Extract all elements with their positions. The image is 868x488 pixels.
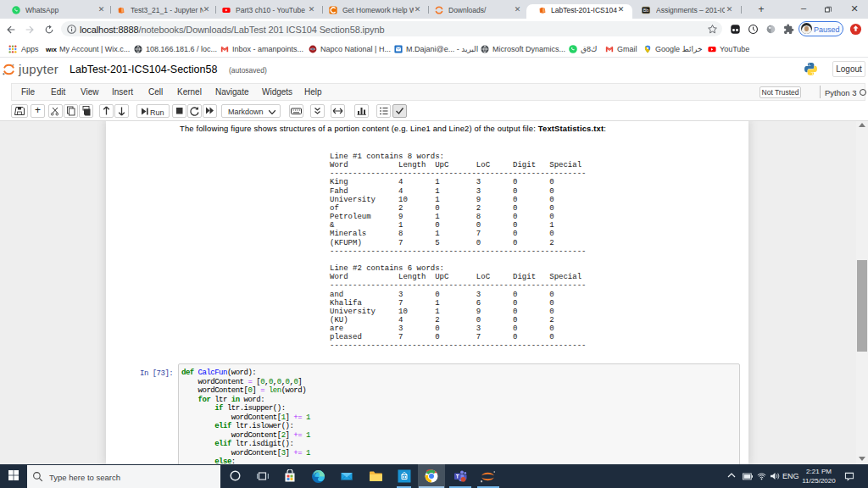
svg-text:Bb: Bb — [643, 8, 649, 13]
